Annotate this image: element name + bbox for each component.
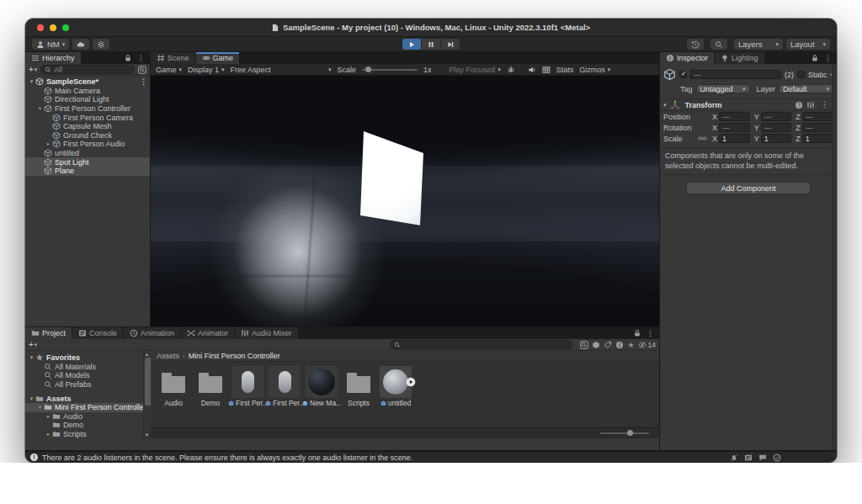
foldout-arrow-icon[interactable]: ▾ bbox=[28, 354, 35, 361]
console-muted-icon[interactable] bbox=[744, 454, 753, 462]
lock-icon[interactable] bbox=[633, 329, 641, 337]
asset-untitled-model[interactable]: untitled bbox=[379, 366, 412, 407]
create-object-button[interactable]: +▾ bbox=[29, 65, 37, 74]
title-bar[interactable]: SampleScene - My project (10) - Windows,… bbox=[25, 19, 837, 37]
tab-lighting[interactable]: Lighting bbox=[715, 52, 764, 64]
messages-muted-icon[interactable] bbox=[758, 454, 767, 462]
foldout-arrow-icon[interactable]: ▸ bbox=[45, 431, 52, 438]
create-asset-button[interactable]: +▾ bbox=[29, 340, 37, 349]
project-tree-item-all-models[interactable]: All Models bbox=[25, 371, 150, 380]
hierarchy-item-capsule-mesh[interactable]: Capsule Mesh bbox=[25, 122, 150, 131]
static-checkbox[interactable] bbox=[797, 71, 805, 78]
gizmos-dropdown[interactable]: Gizmos▾ bbox=[579, 66, 610, 74]
search-button[interactable] bbox=[710, 39, 727, 50]
transform-component-header[interactable]: ▾ Transform ? ⋮ bbox=[660, 98, 837, 111]
project-tree-item-mini-first-person-controller[interactable]: ▾Mini First Person Controller bbox=[25, 403, 150, 412]
favorites-star-icon[interactable]: ★ bbox=[627, 341, 634, 349]
mute-audio-icon[interactable] bbox=[528, 66, 536, 74]
aspect-dropdown[interactable]: Free Aspect▾ bbox=[231, 66, 332, 74]
panel-menu-icon[interactable]: ⋮ bbox=[135, 55, 147, 62]
tab-audio-mixer[interactable]: Audio Mixer bbox=[235, 327, 298, 339]
pause-button[interactable] bbox=[422, 39, 440, 50]
info-icon[interactable] bbox=[615, 341, 624, 349]
foldout-arrow-icon[interactable]: ▸ bbox=[45, 141, 52, 147]
hierarchy-searchbox[interactable] bbox=[40, 65, 135, 74]
add-component-button[interactable]: Add Component bbox=[686, 182, 811, 194]
step-button[interactable] bbox=[441, 39, 460, 50]
filter-by-type-icon[interactable] bbox=[592, 341, 600, 349]
undo-history-button[interactable] bbox=[687, 39, 704, 50]
component-menu-icon[interactable]: ⋮ bbox=[818, 101, 831, 109]
background-tasks-icon[interactable] bbox=[773, 454, 781, 462]
breadcrumb-current[interactable]: Mini First Person Controller bbox=[189, 352, 280, 360]
active-checkbox[interactable] bbox=[679, 71, 687, 78]
minimize-window-button[interactable] bbox=[50, 24, 56, 31]
play-button[interactable] bbox=[402, 39, 421, 50]
tab-inspector[interactable]: Inspector bbox=[660, 52, 714, 64]
position-y-field[interactable]: — bbox=[761, 112, 792, 121]
scale-z-field[interactable]: 1 bbox=[802, 134, 833, 143]
hierarchy-item-samplescene[interactable]: ▾SampleScene*⋮ bbox=[25, 77, 150, 87]
hierarchy-item-spot-light[interactable]: Spot Light bbox=[25, 157, 150, 167]
foldout-arrow-icon[interactable]: ▾ bbox=[28, 395, 35, 402]
expand-subassets-icon[interactable] bbox=[406, 377, 416, 387]
project-tree-item-all-materials[interactable]: All Materials bbox=[25, 363, 150, 372]
tab-animator[interactable]: Animator bbox=[181, 327, 234, 339]
notifications-muted-icon[interactable] bbox=[730, 454, 738, 462]
filter-by-label-icon[interactable] bbox=[604, 341, 612, 349]
gameobject-icon[interactable] bbox=[663, 68, 676, 81]
tab-console[interactable]: Console bbox=[72, 327, 123, 339]
hierarchy-search-input[interactable] bbox=[54, 66, 130, 74]
display-dropdown[interactable]: Display 1▾ bbox=[188, 66, 225, 74]
hierarchy-item-first-person-controller[interactable]: ▾First Person Controller bbox=[25, 104, 150, 114]
tab-project[interactable]: Project bbox=[25, 327, 72, 339]
layers-dropdown[interactable]: Layers ▾ bbox=[734, 39, 783, 50]
panel-menu-icon[interactable]: ⋮ bbox=[822, 55, 834, 62]
cloud-button[interactable] bbox=[72, 39, 89, 50]
project-tree-item-favorites[interactable]: ▾Favorites bbox=[25, 353, 150, 363]
hierarchy-item-untitled[interactable]: untitled bbox=[25, 149, 150, 158]
rotation-y-field[interactable]: — bbox=[761, 123, 792, 132]
scale-x-field[interactable]: 1 bbox=[719, 134, 750, 143]
scene-menu-icon[interactable]: ⋮ bbox=[137, 78, 150, 86]
asset-demo-folder[interactable]: Demo bbox=[194, 366, 227, 407]
foldout-arrow-icon[interactable]: ▾ bbox=[28, 78, 35, 85]
project-searchbox[interactable] bbox=[390, 340, 572, 349]
scale-slider[interactable] bbox=[362, 69, 418, 71]
frame-debugger-icon[interactable] bbox=[507, 66, 515, 74]
constrain-proportions-icon[interactable] bbox=[698, 135, 707, 142]
asset-first-per-prefab[interactable]: First Per... bbox=[268, 366, 301, 407]
lock-icon[interactable] bbox=[124, 54, 132, 62]
status-bar[interactable]: ! There are 2 audio listeners in the sce… bbox=[25, 451, 837, 463]
game-viewport[interactable] bbox=[151, 76, 659, 326]
panel-menu-icon[interactable]: ⋮ bbox=[644, 330, 657, 337]
hierarchy-item-first-person-camera[interactable]: First Person Camera bbox=[25, 113, 150, 122]
scale-y-field[interactable]: 1 bbox=[761, 134, 792, 143]
open-search-window-icon[interactable] bbox=[580, 341, 588, 349]
thumbnail-size-slider[interactable] bbox=[600, 432, 649, 434]
breadcrumb-assets[interactable]: Assets bbox=[157, 352, 179, 360]
inspector-scrollbar[interactable] bbox=[832, 64, 837, 450]
tab-game[interactable]: Game bbox=[196, 52, 240, 64]
project-search-input[interactable] bbox=[403, 341, 568, 349]
project-tree-item-scripts[interactable]: ▸Scripts bbox=[25, 430, 150, 438]
thumbnail-size-knob[interactable] bbox=[627, 430, 633, 436]
position-z-field[interactable]: — bbox=[802, 112, 833, 121]
project-tree-item-audio[interactable]: ▸Audio bbox=[25, 412, 150, 422]
lock-icon[interactable] bbox=[811, 54, 819, 62]
layout-dropdown[interactable]: Layout ▾ bbox=[786, 39, 830, 50]
project-tree-scrollbar[interactable]: ▲ ▼ bbox=[143, 351, 150, 438]
asset-first-per-prefab[interactable]: First Per... bbox=[231, 366, 264, 407]
vsync-grid-icon[interactable] bbox=[542, 66, 551, 74]
project-tree-item-assets[interactable]: ▾Assets bbox=[25, 394, 150, 403]
asset-scripts-folder[interactable]: Scripts bbox=[342, 366, 375, 407]
hierarchy-item-plane[interactable]: Plane bbox=[25, 167, 150, 176]
game-mode-dropdown[interactable]: Game▾ bbox=[156, 66, 182, 74]
help-icon[interactable]: ? bbox=[795, 101, 803, 109]
hierarchy-item-ground-check[interactable]: Ground Check bbox=[25, 131, 150, 141]
tag-dropdown[interactable]: Untagged▾ bbox=[696, 84, 750, 93]
search-window-icon[interactable] bbox=[138, 66, 146, 74]
asset-audio-folder[interactable]: Audio bbox=[157, 366, 190, 407]
hierarchy-item-main-camera[interactable]: Main Camera bbox=[25, 87, 150, 96]
rotation-z-field[interactable]: — bbox=[802, 123, 833, 132]
